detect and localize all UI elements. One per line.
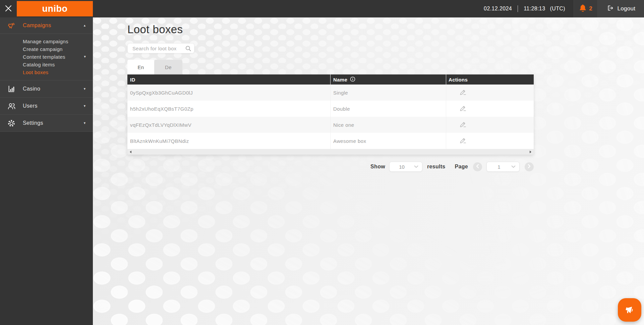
cell-id: BltAznkWnKuMi7QBNdiz xyxy=(127,133,330,149)
logout-label: Logout xyxy=(618,5,636,12)
scroll-right-icon[interactable] xyxy=(530,151,531,153)
prev-page-button[interactable] xyxy=(473,162,482,171)
cell-actions xyxy=(446,101,534,117)
page-label: Page xyxy=(455,164,468,170)
edit-pencil-icon xyxy=(460,137,467,145)
logo-text: unibo xyxy=(42,4,68,14)
info-icon[interactable] xyxy=(350,76,355,83)
sidebar-item-label: Casino xyxy=(23,86,83,92)
table-row: vqFEzQxTdLVYqDlXIMwV Nice one xyxy=(127,117,534,133)
chevron-up-icon: ▲ xyxy=(83,24,86,27)
results-label: results xyxy=(427,164,446,170)
tab-en[interactable]: En xyxy=(127,60,154,74)
cell-id: vqFEzQxTdLVYqDlXIMwV xyxy=(127,117,330,133)
horizontal-scrollbar[interactable] xyxy=(127,149,534,155)
cell-name: Single xyxy=(330,85,446,101)
chevron-down-icon: ▼ xyxy=(83,105,86,108)
cell-actions xyxy=(446,117,534,133)
logo[interactable]: unibo xyxy=(17,1,93,16)
sidebar-item-label: Create campaign xyxy=(23,46,86,52)
chevron-down-icon: ▼ xyxy=(83,122,86,125)
edit-button[interactable] xyxy=(460,105,467,113)
loot-boxes-table: ID Name Actions 0ySp xyxy=(127,74,534,155)
sidebar-item-casino[interactable]: Casino ▼ xyxy=(0,80,93,97)
sidebar-item-content-templates[interactable]: Content templates ▼ xyxy=(0,53,93,61)
tab-label: En xyxy=(138,64,144,70)
next-page-button[interactable] xyxy=(525,162,534,171)
gear-icon xyxy=(7,119,16,128)
main-content: Loot boxes En De ID Name xyxy=(93,17,644,325)
date-text: 02.12.2024 xyxy=(484,6,512,12)
sidebar-item-label: Settings xyxy=(23,120,83,126)
column-header-id: ID xyxy=(127,74,330,85)
show-label: Show xyxy=(370,164,385,170)
close-icon xyxy=(4,4,12,13)
edit-pencil-icon xyxy=(460,89,467,97)
search-icon xyxy=(185,46,191,53)
search-input[interactable] xyxy=(127,43,194,53)
notification-count-badge: 2 xyxy=(589,5,592,12)
chevron-left-icon xyxy=(476,164,479,169)
table-row: 0ySpQxgXb3GhCuAGD0lJ Single xyxy=(127,85,534,101)
sidebar-item-users[interactable]: Users ▼ xyxy=(0,97,93,114)
cell-actions xyxy=(446,85,534,101)
cell-id: 0ySpQxgXb3GhCuAGD0lJ xyxy=(127,85,330,101)
cell-id: h5h2xUhoEqXQBsT7G0Zp xyxy=(127,101,330,117)
chevron-down-icon xyxy=(511,165,516,168)
tab-de[interactable]: De xyxy=(154,60,182,74)
chevron-down-icon: ▼ xyxy=(83,55,86,58)
sidebar-item-label: Campaigns xyxy=(23,22,83,29)
page-size-select[interactable]: 10 xyxy=(389,162,422,172)
cell-name: Double xyxy=(330,101,446,117)
sidebar-close-button[interactable] xyxy=(0,0,17,17)
sidebar-item-campaigns[interactable]: Campaigns ▲ xyxy=(0,17,93,34)
app-window: unibo 02.12.2024 11:28:13 (UTC) 2 xyxy=(0,0,644,325)
timezone-text: (UTC) xyxy=(550,6,565,12)
table-row: h5h2xUhoEqXQBsT7G0Zp Double xyxy=(127,101,534,117)
sidebar-item-label: Manage campaigns xyxy=(23,39,86,44)
notifications-button[interactable]: 2 xyxy=(574,0,598,17)
page-title: Loot boxes xyxy=(127,23,183,36)
sidebar-item-manage-campaigns[interactable]: Manage campaigns xyxy=(0,38,93,45)
column-header-actions: Actions xyxy=(446,74,534,85)
sidebar-item-create-campaign[interactable]: Create campaign xyxy=(0,45,93,53)
sidebar: Campaigns ▲ Manage campaigns Create camp… xyxy=(0,17,93,325)
sidebar-item-label: Content templates xyxy=(23,54,83,60)
sidebar-item-label: Catalog items xyxy=(23,62,86,67)
cell-actions xyxy=(446,133,534,149)
edit-pencil-icon xyxy=(460,121,467,129)
page-size-value: 10 xyxy=(390,164,414,170)
megaphone-icon xyxy=(7,20,16,31)
sidebar-item-settings[interactable]: Settings ▼ xyxy=(0,114,93,131)
pagination: Show 10 results Page 1 xyxy=(127,161,534,172)
bell-icon xyxy=(579,4,587,14)
megaphone-icon xyxy=(623,303,636,317)
sidebar-item-catalog-items[interactable]: Catalog items xyxy=(0,61,93,68)
edit-button[interactable] xyxy=(460,121,467,129)
logout-button[interactable]: Logout xyxy=(598,0,644,17)
logout-icon xyxy=(606,4,614,13)
sidebar-item-label: Loot boxes xyxy=(23,69,86,75)
sidebar-item-label: Users xyxy=(23,103,83,109)
edit-button[interactable] xyxy=(460,137,467,145)
users-icon xyxy=(7,102,16,111)
cell-name: Awesome box xyxy=(330,133,446,149)
column-header-label: Name xyxy=(333,77,347,83)
campaigns-submenu: Manage campaigns Create campaign Content… xyxy=(0,34,93,80)
sidebar-item-loot-boxes[interactable]: Loot boxes xyxy=(0,68,93,76)
chevron-down-icon xyxy=(414,165,418,168)
page-number-select[interactable]: 1 xyxy=(486,162,520,172)
edit-button[interactable] xyxy=(460,89,467,97)
sidebar-menu: Campaigns ▲ Manage campaigns Create camp… xyxy=(0,17,93,132)
edit-pencil-icon xyxy=(460,105,467,113)
announcements-fab[interactable] xyxy=(618,298,641,322)
language-tabs: En De xyxy=(127,60,182,74)
tab-label: De xyxy=(165,64,172,70)
chevron-down-icon: ▼ xyxy=(83,88,86,91)
datetime: 02.12.2024 11:28:13 (UTC) xyxy=(484,5,574,12)
cell-name: Nice one xyxy=(330,117,446,133)
column-header-name: Name xyxy=(330,74,446,85)
scroll-left-icon[interactable] xyxy=(130,151,131,153)
time-text: 11:28:13 xyxy=(524,6,545,12)
datetime-divider xyxy=(518,5,518,12)
